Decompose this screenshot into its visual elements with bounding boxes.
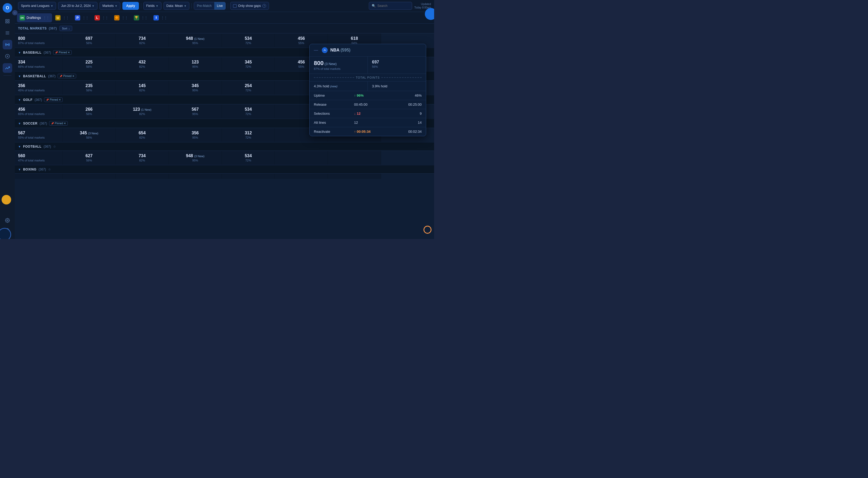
total-value-5: 456: [298, 36, 305, 41]
only-show-gaps-checkbox[interactable]: [233, 4, 237, 8]
total-value-4: 534: [245, 36, 252, 41]
live-toggle[interactable]: Live: [214, 2, 225, 9]
data-mean-dropdown[interactable]: Data: Mean ▼: [163, 2, 190, 10]
total-markets-header: TOTAL MARKETS (367) Sort ↓: [15, 24, 434, 33]
total-sub-5: 55%: [299, 41, 304, 44]
updated-label: Updated: [414, 2, 431, 6]
total-sub-0: 87% of total markets: [18, 41, 44, 44]
unpin-icon: ✕: [72, 74, 74, 78]
basketball-name: BASKETBALL: [23, 74, 46, 78]
football-cell-2: 734 82%: [116, 151, 169, 165]
soccer-pinned[interactable]: 📌 Pinned ✕: [49, 121, 68, 126]
popup-row-selections: Selections ↓ 12 9: [310, 109, 426, 118]
unpin-icon: ✕: [68, 51, 70, 54]
sidebar-item-radio[interactable]: [3, 40, 12, 50]
bm-icon-4: L: [95, 15, 100, 21]
golf-pinned[interactable]: 📌 Pinned ✕: [44, 97, 63, 102]
baseball-count: (367): [43, 51, 51, 54]
drag-handle-5[interactable]: ⋮⋮: [122, 16, 128, 20]
svg-rect-2: [8, 22, 9, 23]
football-header: ▼ FOOTBALL (367) ☆: [15, 142, 434, 151]
topbar: Sports and Leagues ▼ Jun 20 to Jul 2, 20…: [15, 0, 434, 12]
sidebar-item-settings[interactable]: [3, 216, 12, 225]
chevron-down-icon-date: ▼: [92, 4, 95, 7]
apply-button[interactable]: Apply: [122, 2, 138, 10]
boxing-chevron[interactable]: ▼: [18, 168, 21, 171]
popup-value2-selections: 9: [390, 109, 426, 118]
sidebar-divider: [3, 76, 11, 76]
boxing-cell-0: [15, 174, 63, 179]
drag-handle-1[interactable]: ⋮⋮: [43, 16, 50, 20]
pinned-label: Pinned: [63, 74, 71, 78]
soccer-cell-2: 654 82%: [116, 128, 169, 142]
golf-chevron[interactable]: ▼: [18, 98, 21, 101]
sports-leagues-dropdown[interactable]: Sports and Leagues ▼: [18, 2, 56, 10]
markets-dropdown[interactable]: Markets ▼: [100, 2, 121, 10]
bm-tab-5[interactable]: 🔶 ⋮⋮: [112, 13, 131, 22]
drag-handle-6[interactable]: ⋮⋮: [141, 16, 148, 20]
drag-handle-4[interactable]: ⋮⋮: [102, 16, 108, 20]
basketball-pinned[interactable]: 📌 Pinned ✕: [58, 74, 76, 78]
separator-1: [141, 3, 141, 8]
bm-tab-3[interactable]: P ⋮⋮: [72, 13, 91, 22]
drag-handle-2[interactable]: ⋮⋮: [63, 16, 69, 20]
popup-league-icon: [322, 47, 328, 53]
golf-count: (367): [34, 98, 42, 102]
svg-rect-0: [6, 20, 7, 21]
sidebar-toggle[interactable]: ›: [12, 10, 18, 16]
bm-tab-2[interactable]: 👑 ⋮⋮: [53, 13, 72, 22]
date-range-label: Jun 20 to Jul 2, 2024: [61, 4, 91, 8]
baseball-pinned[interactable]: 📌 Pinned ✕: [53, 50, 72, 55]
popup-value2-reactivate: 00:02:34: [390, 127, 426, 136]
baseball-cell-0: 334 66% of total markets: [15, 57, 63, 71]
soccer-chevron[interactable]: ▼: [18, 122, 21, 125]
sidebar-item-dashboard[interactable]: [3, 17, 12, 26]
soccer-name: SOCCER: [23, 122, 37, 125]
sidebar-item-list[interactable]: [3, 28, 12, 38]
popup-hold-cell-2: 3.9% hold: [368, 82, 426, 91]
popup-row-reactivate: Reactivate ↑ 00:05:34 00:02:34: [310, 127, 426, 136]
search-input[interactable]: [377, 4, 409, 8]
popup-value-altlines: 12: [350, 118, 390, 127]
sidebar-item-dollar[interactable]: [3, 52, 12, 61]
golf-name: GOLF: [23, 98, 32, 102]
prematch-toggle[interactable]: Pre-Match: [194, 2, 214, 9]
bm-icon-5: 🔶: [114, 15, 120, 21]
help-icon[interactable]: ?: [262, 4, 266, 8]
boxing-star-icon[interactable]: ☆: [48, 168, 51, 171]
basketball-cell-3: 345 95%: [169, 81, 222, 94]
bm-tab-6[interactable]: 🏆 ⋮⋮: [131, 13, 150, 22]
total-sub-2: 82%: [139, 41, 145, 44]
popup-collapse-icon[interactable]: —: [314, 48, 318, 53]
bm-icon-6: 🏆: [134, 15, 139, 21]
bm-tab-draftkings[interactable]: DK Draftkings ⋮⋮: [17, 13, 52, 22]
pinned-label: Pinned: [55, 122, 63, 125]
boxing-cell-4: [222, 174, 275, 179]
basketball-chevron[interactable]: ▼: [18, 74, 21, 78]
football-star-icon[interactable]: ☆: [53, 145, 56, 148]
date-range-dropdown[interactable]: Jun 20 to Jul 2, 2024 ▼: [58, 2, 97, 10]
search-icon: 🔍: [372, 4, 376, 8]
popup-stat2-sub: 56%: [372, 65, 422, 68]
nba-popup: — NBA (595) 800 (3 New) 87% of total mar…: [309, 44, 426, 136]
football-chevron[interactable]: ▼: [18, 145, 21, 148]
fields-dropdown[interactable]: Fields ▼: [144, 2, 161, 10]
drag-handle-3[interactable]: ⋮⋮: [82, 16, 89, 20]
soccer-cell-3: 356 95%: [169, 128, 222, 142]
bm-tab-4[interactable]: L ⋮⋮: [92, 13, 111, 22]
unpin-icon: ✕: [64, 122, 66, 125]
football-cell-1: 627 56%: [63, 151, 116, 165]
sidebar-item-trending[interactable]: [3, 63, 12, 73]
separator-3: [228, 3, 228, 8]
popup-stat-1: 800 (3 New) 87% of total markets: [310, 57, 368, 73]
bm-tab-7[interactable]: ℹ ⋮⋮: [151, 13, 170, 22]
popup-dotted-line: [314, 77, 354, 78]
sort-button[interactable]: Sort ↓: [60, 26, 72, 31]
popup-header: — NBA (595): [310, 44, 426, 57]
football-cell-3: 948 (3 New) 95%: [169, 151, 222, 165]
basketball-cell-4: 254 72%: [222, 81, 275, 94]
baseball-chevron[interactable]: ▼: [18, 51, 21, 54]
boxing-cell-6: [328, 174, 381, 179]
drag-handle-7[interactable]: ⋮⋮: [161, 16, 167, 20]
app-logo[interactable]: O: [3, 3, 12, 13]
